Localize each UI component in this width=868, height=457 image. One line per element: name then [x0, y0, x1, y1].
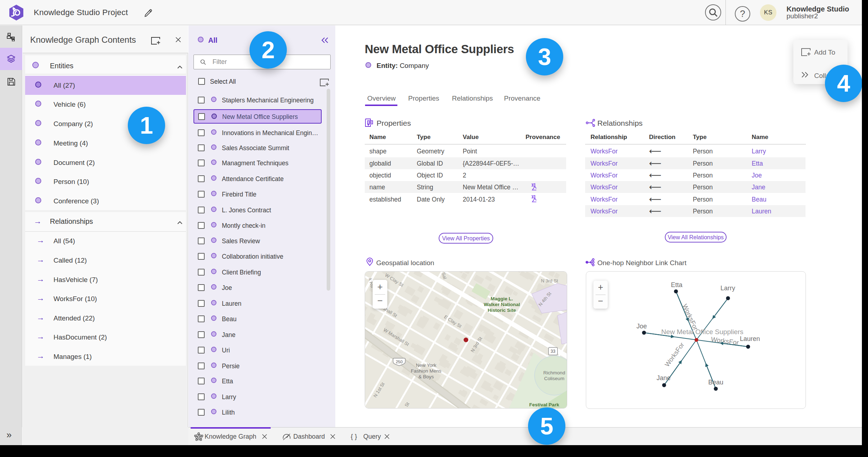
svg-text:Fashion Mens: Fashion Mens — [411, 368, 442, 374]
svg-text:Maggie L.: Maggie L. — [491, 296, 513, 301]
svg-text:Historic Site: Historic Site — [488, 308, 516, 313]
svg-text:Beau: Beau — [708, 379, 723, 386]
svg-text:250: 250 — [396, 360, 402, 364]
svg-text:Festival Park: Festival Park — [529, 402, 559, 407]
svg-text:WorksFor: WorksFor — [663, 341, 686, 368]
svg-text:Larry: Larry — [720, 285, 735, 292]
svg-text:Lauren: Lauren — [740, 335, 760, 342]
svg-text:Walker National: Walker National — [484, 302, 520, 307]
svg-text:& Boys: & Boys — [419, 374, 434, 379]
svg-text:New Metal Office Suppliers: New Metal Office Suppliers — [661, 328, 743, 336]
svg-text:N 3rd St: N 3rd St — [541, 278, 558, 283]
svg-text:33: 33 — [551, 349, 556, 354]
svg-text:Coliseum: Coliseum — [544, 376, 564, 381]
svg-text:WorksFor: WorksFor — [710, 336, 739, 346]
svg-text:Etta: Etta — [671, 281, 683, 288]
svg-text:WorksFor: WorksFor — [681, 303, 699, 331]
svg-text:Joe: Joe — [636, 323, 647, 330]
svg-text:Richmond: Richmond — [543, 370, 565, 375]
svg-text:Jane: Jane — [657, 374, 671, 382]
svg-text:New York: New York — [416, 363, 436, 368]
